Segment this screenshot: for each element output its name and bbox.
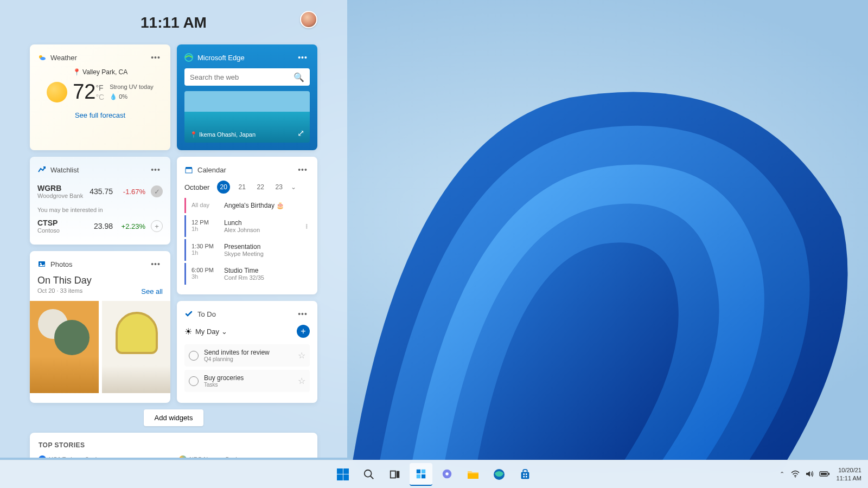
svg-point-17	[445, 472, 449, 476]
event-menu-icon[interactable]: •••	[305, 224, 308, 229]
todo-item[interactable]: Send invites for reviewQ4 planning ☆	[184, 344, 310, 367]
chat-button[interactable]	[436, 463, 458, 486]
todo-checkbox[interactable]	[189, 351, 199, 361]
expand-icon[interactable]: ⤢	[297, 128, 304, 138]
svg-point-8	[365, 470, 372, 477]
widget-menu-button[interactable]: •••	[296, 52, 310, 63]
calendar-day[interactable]: 21	[235, 181, 248, 194]
svg-rect-12	[417, 469, 420, 473]
search-button[interactable]	[358, 463, 380, 486]
svg-rect-22	[526, 473, 527, 475]
forecast-link[interactable]: See full forecast	[37, 111, 163, 119]
stock-added-icon[interactable]: ✓	[151, 185, 163, 197]
add-stock-button[interactable]: +	[151, 220, 163, 232]
story-item[interactable]: USA Today · 3 mins One of the smallest b…	[39, 455, 168, 458]
see-all-link[interactable]: See all	[141, 287, 163, 296]
edge-button[interactable]	[488, 463, 510, 486]
edge-photo[interactable]: 📍 Ikema Ohashi, Japan ⤢	[184, 91, 310, 143]
task-view-button[interactable]	[384, 463, 406, 486]
widget-title: Weather	[50, 54, 144, 62]
svg-rect-24	[526, 476, 527, 477]
photos-meta: Oct 20 · 33 items	[37, 287, 82, 296]
weather-location: 📍 Valley Park, CA	[37, 68, 163, 76]
temperature: 72°F°C	[73, 80, 104, 104]
calendar-event[interactable]: 1:30 PM1h PresentationSkype Meeting	[184, 239, 310, 261]
battery-icon[interactable]	[819, 471, 830, 478]
widget-menu-button[interactable]: •••	[149, 164, 163, 175]
svg-point-25	[795, 476, 796, 477]
panel-clock: 11:11 AM	[141, 14, 207, 31]
search-icon[interactable]: 🔍	[293, 72, 304, 82]
widget-title: Microsoft Edge	[197, 54, 291, 62]
add-widgets-button[interactable]: Add widgets	[144, 409, 204, 426]
weather-details: Strong UV today 💧 0%	[110, 82, 154, 101]
svg-rect-23	[523, 476, 525, 477]
search-input[interactable]	[190, 73, 293, 81]
calendar-event[interactable]: All day Angela's Birthday 🎂	[184, 198, 310, 213]
svg-line-9	[371, 476, 374, 479]
source-icon	[179, 455, 187, 458]
widget-menu-button[interactable]: •••	[149, 259, 163, 269]
svg-rect-27	[821, 473, 827, 475]
calendar-event[interactable]: 12 PM1h LunchAlex Johnson •••	[184, 215, 310, 237]
calendar-day[interactable]: 22	[254, 181, 267, 194]
svg-rect-28	[828, 473, 829, 475]
photo-location: 📍 Ikema Ohashi, Japan	[190, 131, 256, 138]
svg-rect-15	[422, 474, 425, 478]
photo-thumbnail[interactable]	[30, 301, 99, 393]
top-stories-title: TOP STORIES	[39, 441, 309, 449]
weather-icon	[37, 53, 46, 62]
wifi-icon[interactable]	[791, 470, 800, 479]
stock-row[interactable]: CTSPContoso 23.98 +2.23% +	[37, 215, 163, 237]
widget-menu-button[interactable]: •••	[296, 309, 310, 319]
add-task-button[interactable]: +	[297, 325, 310, 338]
svg-rect-13	[422, 469, 425, 473]
calendar-day[interactable]: 23	[272, 181, 285, 194]
widgets-button[interactable]	[410, 463, 432, 486]
widgets-panel: 11:11 AM Weather ••• 📍 Valley Park, CA 7…	[0, 0, 347, 458]
taskbar: ⌃ 10/20/21 11:11 AM	[0, 460, 868, 488]
todo-item[interactable]: Buy groceriesTasks ☆	[184, 370, 310, 392]
taskbar-clock[interactable]: 10/20/21 11:11 AM	[837, 466, 861, 482]
sun-icon: ☀	[184, 326, 192, 337]
calendar-day[interactable]: 20	[217, 181, 230, 194]
watchlist-widget: Watchlist ••• WGRBWoodgrove Bank 435.75 …	[30, 157, 170, 245]
photo-thumbnail[interactable]	[102, 301, 171, 393]
tray-chevron-icon[interactable]: ⌃	[780, 471, 784, 478]
widget-title: Calendar	[197, 166, 291, 174]
sun-icon	[47, 82, 67, 102]
search-box[interactable]: 🔍	[184, 68, 310, 86]
chevron-down-icon[interactable]: ⌄	[291, 183, 296, 191]
top-stories-widget: TOP STORIES USA Today · 3 mins One of th…	[30, 433, 317, 458]
edge-icon	[184, 53, 193, 62]
widget-menu-button[interactable]: •••	[296, 164, 310, 175]
user-avatar[interactable]	[300, 11, 317, 28]
weather-widget: Weather ••• 📍 Valley Park, CA 72°F°C Str…	[30, 44, 170, 150]
myday-dropdown[interactable]: My Day ⌄	[195, 328, 293, 336]
widget-menu-button[interactable]: •••	[149, 52, 163, 63]
edge-widget: Microsoft Edge ••• 🔍 📍 Ikema Ohashi, Jap…	[177, 44, 317, 150]
widget-title: Watchlist	[50, 166, 144, 174]
svg-rect-20	[521, 472, 529, 479]
start-button[interactable]	[331, 463, 354, 486]
star-icon[interactable]: ☆	[298, 350, 305, 361]
svg-rect-11	[397, 471, 400, 478]
store-button[interactable]	[514, 463, 537, 486]
todo-checkbox[interactable]	[189, 376, 199, 386]
svg-rect-10	[391, 471, 395, 478]
svg-point-2	[40, 57, 46, 60]
photos-widget: Photos ••• On This Day Oct 20 · 33 items…	[30, 251, 170, 403]
svg-point-7	[40, 263, 42, 265]
widget-title: To Do	[197, 310, 291, 318]
calendar-event[interactable]: 6:00 PM3h Studio TimeConf Rm 32/35	[184, 263, 310, 285]
interest-label: You may be interested in	[37, 202, 163, 215]
volume-icon[interactable]	[805, 470, 814, 479]
widget-title: Photos	[50, 260, 144, 268]
stock-row[interactable]: WGRBWoodgrove Bank 435.75 -1.67% ✓	[37, 181, 163, 202]
photos-icon	[37, 260, 46, 268]
story-item[interactable]: NBC News · 5 mins Are coffee naps the an…	[179, 455, 309, 458]
star-icon[interactable]: ☆	[298, 376, 305, 386]
calendar-icon	[184, 165, 193, 174]
month-label: October	[184, 183, 209, 191]
file-explorer-button[interactable]	[462, 463, 484, 486]
